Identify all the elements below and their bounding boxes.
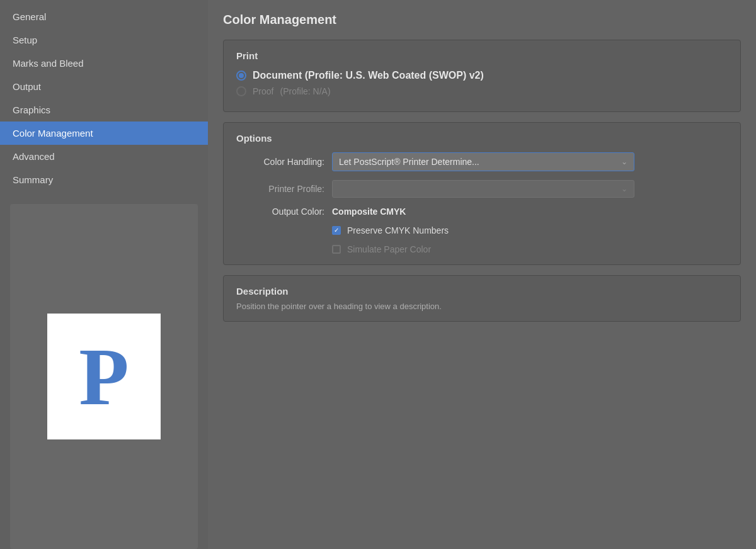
printer-profile-row: Printer Profile: ⌄ <box>236 180 728 198</box>
options-grid: Color Handling: Let PostScript® Printer … <box>236 152 728 254</box>
sidebar-nav: General Setup Marks and Bleed Output Gra… <box>0 5 208 191</box>
sidebar-item-graphics[interactable]: Graphics <box>0 98 208 122</box>
output-color-label: Output Color: <box>236 207 324 217</box>
output-color-value: Composite CMYK <box>332 207 406 217</box>
sidebar-preview: P <box>10 204 198 549</box>
chevron-down-icon: ⌄ <box>621 157 627 166</box>
sidebar-item-setup[interactable]: Setup <box>0 28 208 52</box>
simulate-paper-label: Simulate Paper Color <box>347 244 431 254</box>
description-title: Description <box>236 286 728 297</box>
color-handling-select[interactable]: Let PostScript® Printer Determine... ⌄ <box>332 152 634 171</box>
sidebar-item-advanced[interactable]: Advanced <box>0 145 208 168</box>
sidebar-item-color-management[interactable]: Color Management <box>0 122 208 145</box>
simulate-paper-checkbox[interactable] <box>332 245 341 254</box>
radio-proof-input[interactable] <box>236 86 246 96</box>
options-section-title: Options <box>236 133 728 144</box>
sidebar: General Setup Marks and Bleed Output Gra… <box>0 0 208 549</box>
print-section: Print Document (Profile: U.S. Web Coated… <box>223 40 741 112</box>
preview-letter: P <box>79 336 129 417</box>
print-section-title: Print <box>236 50 728 61</box>
output-color-row: Output Color: Composite CMYK <box>236 207 728 217</box>
sidebar-item-output[interactable]: Output <box>0 75 208 98</box>
description-section: Description Position the pointer over a … <box>223 275 741 322</box>
sidebar-item-general[interactable]: General <box>0 5 208 28</box>
color-handling-row: Color Handling: Let PostScript® Printer … <box>236 152 728 171</box>
preserve-cmyk-checkbox[interactable] <box>332 226 341 235</box>
radio-document-row[interactable]: Document (Profile: U.S. Web Coated (SWOP… <box>236 70 728 81</box>
preview-document-box: P <box>47 314 161 439</box>
description-text: Position the pointer over a heading to v… <box>236 302 728 311</box>
radio-proof-row: Proof (Profile: N/A) <box>236 86 728 96</box>
simulate-paper-row: Simulate Paper Color <box>332 244 728 254</box>
printer-profile-select[interactable]: ⌄ <box>332 180 634 198</box>
color-handling-value: Let PostScript® Printer Determine... <box>339 157 479 167</box>
main-content: Color Management Print Document (Profile… <box>208 0 756 549</box>
page-title: Color Management <box>223 13 741 27</box>
sidebar-item-summary[interactable]: Summary <box>0 168 208 191</box>
preserve-cmyk-label: Preserve CMYK Numbers <box>347 225 449 235</box>
radio-document-label: Document (Profile: U.S. Web Coated (SWOP… <box>253 70 484 81</box>
options-section: Options Color Handling: Let PostScript® … <box>223 122 741 265</box>
radio-proof-profile: (Profile: N/A) <box>280 86 330 96</box>
radio-document-input[interactable] <box>236 71 246 81</box>
radio-proof-label: Proof <box>253 86 273 96</box>
sidebar-item-marks-and-bleed[interactable]: Marks and Bleed <box>0 52 208 75</box>
chevron-down-icon-2: ⌄ <box>621 184 627 193</box>
printer-profile-label: Printer Profile: <box>236 184 324 194</box>
preserve-cmyk-row[interactable]: Preserve CMYK Numbers <box>332 225 728 235</box>
color-handling-label: Color Handling: <box>236 157 324 167</box>
